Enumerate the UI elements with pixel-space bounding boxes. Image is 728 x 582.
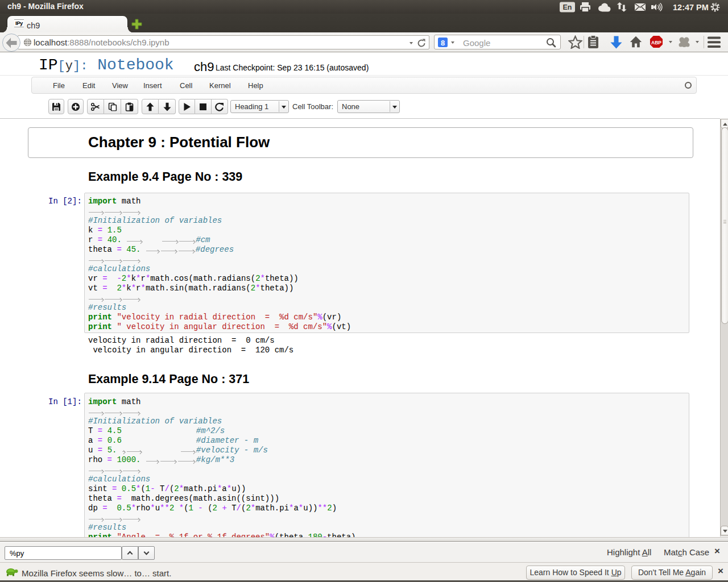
svg-text:En: En — [563, 3, 572, 11]
svg-text:ABP: ABP — [651, 40, 661, 45]
svg-text:8: 8 — [441, 39, 445, 47]
svg-text:12:47 PM: 12:47 PM — [673, 3, 709, 12]
